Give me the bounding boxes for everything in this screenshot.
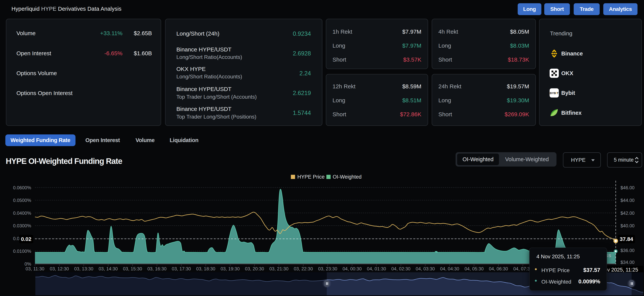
svg-text:03, 11:30: 03, 11:30 xyxy=(26,266,44,271)
svg-text:03, 15:30: 03, 15:30 xyxy=(123,266,142,271)
svg-text:0.0600%: 0.0600% xyxy=(13,185,31,190)
svg-text:03, 14:30: 03, 14:30 xyxy=(98,266,118,271)
svg-text:0.0100%: 0.0100% xyxy=(13,248,31,254)
svg-text:0.0300%: 0.0300% xyxy=(13,223,31,228)
svg-text:$40.00: $40.00 xyxy=(620,223,634,228)
svg-text:03, 18:30: 03, 18:30 xyxy=(196,266,215,271)
svg-text:37.84: 37.84 xyxy=(620,236,633,242)
svg-text:03, 22:30: 03, 22:30 xyxy=(294,266,313,271)
svg-text:03, 12:30: 03, 12:30 xyxy=(50,266,69,271)
svg-text:04, 04:30: 04, 04:30 xyxy=(440,266,459,271)
svg-text:04, 01:30: 04, 01:30 xyxy=(367,266,386,271)
svg-text:04, 05:30: 04, 05:30 xyxy=(464,266,484,271)
svg-text:03, 19:30: 03, 19:30 xyxy=(220,266,240,271)
svg-text:03, 17:30: 03, 17:30 xyxy=(172,266,191,271)
svg-text:$44.00: $44.00 xyxy=(620,198,634,203)
svg-text:04, 00:30: 04, 00:30 xyxy=(342,266,362,271)
svg-text:0.02: 0.02 xyxy=(21,236,32,242)
svg-text:04, 03:30: 04, 03:30 xyxy=(416,266,435,271)
svg-text:0%: 0% xyxy=(24,261,31,266)
svg-text:$36.00: $36.00 xyxy=(620,248,634,253)
svg-text:BYB!T: BYB!T xyxy=(550,91,558,95)
svg-text:$34.00: $34.00 xyxy=(620,260,634,265)
svg-text:03, 20:30: 03, 20:30 xyxy=(245,266,264,271)
svg-text:03, 23:30: 03, 23:30 xyxy=(318,266,337,271)
svg-text:0.0500%: 0.0500% xyxy=(13,198,31,203)
svg-text:03, 21:30: 03, 21:30 xyxy=(269,266,288,271)
svg-text:04, 06:30: 04, 06:30 xyxy=(489,266,508,271)
svg-text:04, 02:30: 04, 02:30 xyxy=(391,266,410,271)
svg-text:03, 13:30: 03, 13:30 xyxy=(74,266,93,271)
svg-text:0.0400%: 0.0400% xyxy=(13,210,31,216)
svg-text:$46.00: $46.00 xyxy=(620,185,634,190)
svg-text:03, 16:30: 03, 16:30 xyxy=(147,266,166,271)
svg-text:$42.00: $42.00 xyxy=(620,210,634,216)
